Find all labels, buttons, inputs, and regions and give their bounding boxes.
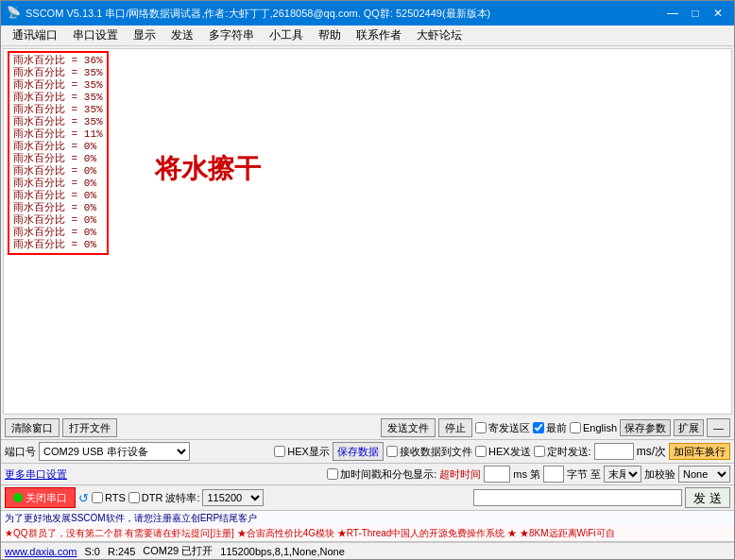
dtr-checkbox[interactable] (128, 492, 140, 503)
timed-unit-label: ms/次 (637, 444, 666, 460)
send-file-button[interactable]: 发送文件 (381, 418, 436, 437)
www-label: www.daxia.com (5, 546, 77, 557)
terminal-line: 雨水百分比 = 0% (13, 214, 103, 227)
timeout-label: 超时时间 (439, 467, 481, 482)
terminal-line: 雨水百分比 = 35% (13, 92, 103, 104)
hex-display-text: HEX显示 (287, 445, 330, 459)
timestamp-checkbox[interactable] (327, 468, 338, 480)
toolbar-row3: 更多串口设置 加时间戳和分包显示: 超时时间 20 ms 第 1 字节 至 末尾… (1, 464, 734, 485)
menu-display[interactable]: 显示 (126, 25, 163, 45)
port-status-dot (13, 493, 23, 502)
menu-communications[interactable]: 通讯端口 (5, 25, 65, 45)
status-params: 115200bps,8,1,None,None (220, 546, 345, 557)
terminal-line: 雨水百分比 = 0% (13, 153, 103, 165)
terminal-line: 雨水百分比 = 35% (13, 79, 103, 92)
recv-to-file-text: 接收数据到文件 (400, 445, 472, 459)
menu-contact[interactable]: 联系作者 (349, 25, 409, 45)
latest-checkbox[interactable] (533, 422, 544, 433)
baud-label: 波特率: (165, 491, 199, 505)
terminal-line: 雨水百分比 = 35% (13, 116, 103, 128)
close-port-button[interactable]: 关闭串口 (5, 487, 76, 508)
timed-send-checkbox[interactable] (534, 446, 545, 457)
toolbar-row4: 关闭串口 ↺ RTS DTR 波特率: 115200 No. 发 送 (1, 485, 734, 511)
more-settings-link[interactable]: 更多串口设置 (5, 467, 67, 482)
hex-send-checkbox[interactable] (475, 446, 487, 457)
app-icon: 📡 (7, 6, 22, 21)
timestamp-label[interactable]: 加时间戳和分包显示: (327, 467, 436, 482)
timeout-input[interactable]: 20 (484, 466, 510, 483)
menu-send[interactable]: 发送 (163, 25, 201, 45)
port-select[interactable]: COM29 USB 串行设备 (39, 442, 190, 461)
save-param-button[interactable]: 保存参数 (620, 419, 671, 436)
rts-checkbox[interactable] (92, 492, 103, 503)
check-select[interactable]: None (678, 466, 730, 483)
params-label: 115200bps,8,1,None,None (220, 546, 345, 557)
send-input[interactable]: No. (473, 489, 682, 506)
recv-to-file-checkbox[interactable] (386, 446, 398, 457)
dtr-text: DTR (142, 492, 163, 503)
english-checkbox-label[interactable]: English (570, 422, 617, 433)
timed-send-label[interactable]: 定时发送: (534, 445, 591, 459)
status-www: www.daxia.com (5, 546, 77, 557)
auto-send-checkbox[interactable] (475, 422, 487, 433)
expand-arrow-button[interactable]: — (707, 418, 730, 437)
terminal-line: 雨水百分比 = 0% (13, 141, 103, 153)
status-com: COM29 已打开 (143, 544, 213, 558)
menu-forum[interactable]: 大虾论坛 (409, 25, 470, 45)
stop-button[interactable]: 停止 (438, 418, 472, 437)
menu-multistring[interactable]: 多字符串 (201, 25, 262, 45)
timeout-unit: ms (513, 468, 527, 480)
maximize-button[interactable]: □ (685, 4, 706, 23)
terminal-line: 雨水百分比 = 0% (13, 227, 103, 239)
hex-display-checkbox[interactable] (274, 446, 285, 457)
close-button[interactable]: ✕ (708, 4, 728, 23)
add-newline-button[interactable]: 加回车换行 (669, 443, 730, 460)
minimize-button[interactable]: — (662, 4, 683, 23)
status-bar: www.daxia.com S:0 R:245 COM29 已打开 115200… (1, 542, 734, 559)
send-button[interactable]: 发 送 (685, 487, 730, 508)
timestamp-text: 加时间戳和分包显示: (340, 467, 436, 482)
toolbar-row1: 清除窗口 打开文件 发送文件 停止 寄发送区 最前 English 保存参数 扩… (1, 416, 734, 440)
menu-help[interactable]: 帮助 (311, 25, 349, 45)
refresh-icon[interactable]: ↺ (78, 491, 89, 505)
auto-send-checkbox-label[interactable]: 寄发送区 (475, 421, 530, 435)
terminal-line: 雨水百分比 = 0% (13, 165, 103, 178)
info-text1: 为了更好地发展SSCOM软件，请您注册嘉立创ERP结尾客户 (5, 512, 257, 525)
terminal-content: 雨水百分比 = 36%雨水百分比 = 35%雨水百分比 = 35%雨水百分比 =… (4, 49, 731, 259)
title-text: SSCOM V5.13.1 串口/网络数据调试器,作者:大虾丁丁,2618058… (26, 7, 662, 21)
recv-to-file-label[interactable]: 接收数据到文件 (386, 445, 472, 459)
expand-button[interactable]: 扩展 (674, 419, 704, 436)
s0-label: S:0 (84, 546, 100, 557)
byte-label: 字节 至 (567, 467, 601, 482)
page-input[interactable]: 1 (543, 466, 564, 483)
end-select[interactable]: 末尾 (604, 466, 641, 483)
english-checkbox[interactable] (570, 422, 581, 433)
big-chinese-text: 将水擦干 (155, 162, 261, 176)
terminal-line: 雨水百分比 = 11% (13, 128, 103, 141)
terminal-line: 雨水百分比 = 0% (13, 239, 103, 251)
hex-send-label[interactable]: HEX发送 (475, 445, 531, 459)
baud-select[interactable]: 115200 (202, 489, 264, 506)
hex-display-label[interactable]: HEX显示 (274, 445, 330, 459)
auto-send-label: 寄发送区 (488, 421, 530, 435)
close-port-label: 关闭串口 (26, 491, 67, 505)
red-box-content: 雨水百分比 = 36%雨水百分比 = 35%雨水百分比 = 35%雨水百分比 =… (8, 51, 109, 255)
title-controls: — □ ✕ (662, 4, 728, 23)
send-label: 发 送 (693, 491, 722, 505)
com-label: COM29 已打开 (143, 544, 213, 558)
rts-label[interactable]: RTS (92, 492, 126, 503)
menu-tools[interactable]: 小工具 (262, 25, 311, 45)
save-data-button[interactable]: 保存数据 (333, 442, 384, 461)
menu-bar: 通讯端口 串口设置 显示 发送 多字符串 小工具 帮助 联系作者 大虾论坛 (1, 25, 734, 46)
status-r: R:245 (108, 546, 135, 557)
terminal-line: 雨水百分比 = 0% (13, 178, 103, 190)
timed-value-input[interactable]: 1000 (594, 443, 634, 460)
open-file-button[interactable]: 打开文件 (62, 418, 117, 437)
clear-window-button[interactable]: 清除窗口 (5, 418, 60, 437)
info-text2: ★QQ群员了，没有第二个群 有需要请在虾坛提问[注册] ★合宙高性价比4G模块 … (5, 527, 615, 540)
dtr-label[interactable]: DTR (128, 492, 163, 503)
status-s0: S:0 (84, 546, 100, 557)
menu-serial-settings[interactable]: 串口设置 (65, 25, 126, 45)
latest-checkbox-label[interactable]: 最前 (533, 421, 567, 435)
terminal-line: 雨水百分比 = 35% (13, 104, 103, 116)
